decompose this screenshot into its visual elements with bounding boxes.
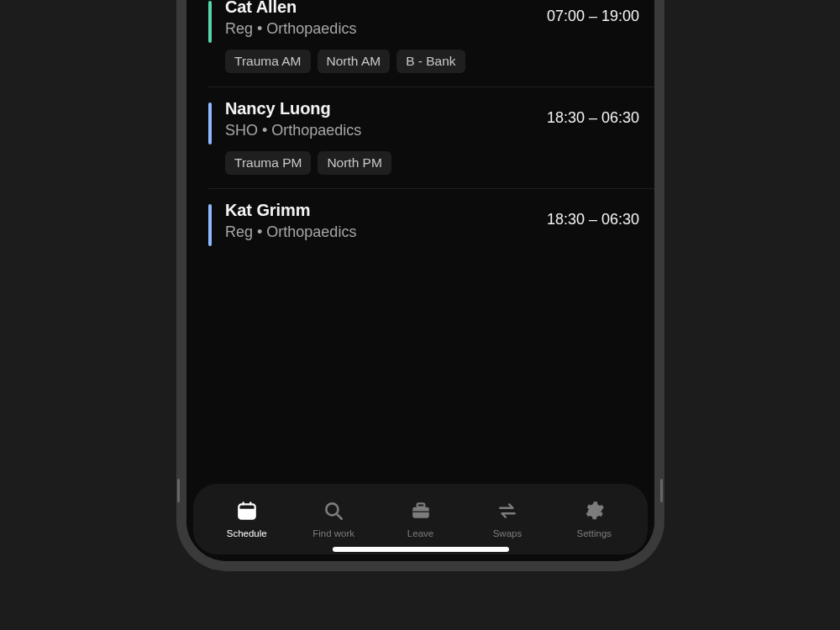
shift-role: SHO • Orthopaedics [225,122,361,139]
tab-label: Find work [312,528,354,538]
shift-card[interactable]: Cat Allen Reg • Orthopaedics 07:00 – 19:… [186,0,654,87]
svg-rect-4 [249,501,251,505]
shift-name: Kat Grimm [225,201,356,220]
shift-tag: B - Bank [396,50,465,73]
svg-point-5 [326,503,338,515]
svg-rect-9 [412,512,429,512]
shift-time: 18:30 – 06:30 [547,99,639,127]
shift-role: Reg • Orthopaedics [225,20,356,38]
shift-card[interactable]: Nancy Luong SHO • Orthopaedics 18:30 – 0… [186,87,654,188]
svg-rect-8 [417,503,424,507]
side-button [660,479,663,502]
shift-tags: Trauma AM North AM B - Bank [208,50,639,73]
calendar-icon [236,500,258,525]
tab-label: Settings [577,528,612,538]
home-indicator[interactable] [333,547,509,552]
tab-schedule[interactable]: Schedule [203,500,290,538]
app-screen: SHO • Orthopaedics North AM TUE 17 OCT (… [186,0,654,561]
shift-time: 18:30 – 06:30 [547,201,639,228]
shift-card[interactable]: Kat Grimm Reg • Orthopaedics 18:30 – 06:… [186,189,654,241]
shift-tag: Trauma AM [225,50,311,73]
shift-time: 07:00 – 19:00 [547,0,639,25]
briefcase-icon [410,500,432,525]
tab-find-work[interactable]: Find work [290,500,376,538]
tab-bar: Schedule Find work Leave Swaps [193,484,648,554]
tab-label: Swaps [493,528,522,538]
tab-label: Leave [407,528,433,538]
tab-settings[interactable]: Settings [551,500,638,538]
shift-role: Reg • Orthopaedics [225,223,356,241]
swap-icon [496,500,518,525]
svg-rect-7 [412,507,429,518]
shift-tag: North PM [318,151,391,175]
shift-name: Cat Allen [225,0,356,17]
shift-tag: North AM [318,50,391,73]
tab-leave[interactable]: Leave [377,500,464,538]
tab-swaps[interactable]: Swaps [464,500,550,538]
shift-accent [208,102,212,144]
tab-label: Schedule [227,528,267,538]
gear-icon [583,500,605,525]
side-button [177,479,180,502]
shift-name: Nancy Luong [225,99,361,118]
schedule-list[interactable]: SHO • Orthopaedics North AM TUE 17 OCT (… [186,0,654,484]
shift-tags: Trauma PM North PM [208,151,639,175]
shift-accent [208,1,212,43]
phone-frame: SHO • Orthopaedics North AM TUE 17 OCT (… [176,0,664,571]
svg-rect-3 [242,501,244,505]
shift-accent [208,204,212,246]
svg-line-6 [337,514,341,518]
shift-tag: Trauma PM [225,151,311,175]
search-icon [323,500,344,525]
